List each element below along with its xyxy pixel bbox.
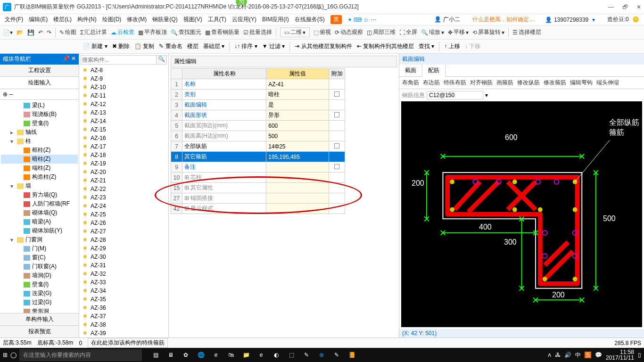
tb-align[interactable]: ▦ 平齐板顶 (138, 28, 167, 36)
tree-item[interactable]: 门(M) (1, 244, 78, 253)
tb2-sort[interactable]: ↓↑ 排序 ▾ (234, 42, 257, 50)
prop-row[interactable]: 5截面宽(B边)(mm)600 (171, 121, 345, 131)
prop-row[interactable]: 3截面编辑是 (171, 100, 345, 110)
sb-hook[interactable]: 编辑弯钩 (570, 79, 593, 87)
help-link[interactable]: 什么是檐高，如何确定… (471, 15, 537, 25)
list-item[interactable]: AZ-12 (79, 100, 168, 108)
tree-item[interactable]: ▾门窗洞 (1, 235, 78, 244)
tb2-copyfrom[interactable]: ⇥ 从其他楼层复制构件 (295, 42, 352, 50)
prop-row[interactable]: 2类别暗柱 (171, 90, 345, 100)
menu-floor[interactable]: 楼层(L) (51, 15, 74, 25)
tb-full[interactable]: ⛶ 全屏 (399, 28, 417, 36)
app2-icon[interactable]: ✿ (182, 352, 190, 358)
tb-3d[interactable]: ◫ 局部三维 (367, 28, 396, 36)
tree-item[interactable]: 框柱(Z) (1, 146, 78, 155)
tb-zoom[interactable]: 🔍 缩放 ▾ (421, 28, 444, 36)
restore-button[interactable]: 🗗 (622, 4, 628, 10)
menu-component[interactable]: 构件(N) (75, 15, 99, 25)
list-item[interactable]: AZ-19 (79, 159, 168, 168)
prop-row[interactable]: 7全部纵筋14Φ25 (171, 141, 345, 152)
tree-item[interactable]: 人防门框墙(RF (1, 199, 78, 208)
list-item[interactable]: AZ-9 (79, 74, 168, 83)
sb-edge[interactable]: 布边筋 (423, 79, 440, 87)
tree-item[interactable]: 壁龛(I) (1, 280, 78, 289)
tree-item[interactable]: 窗(C) (1, 253, 78, 262)
tb-2d[interactable]: ▭ 二维 ▾ (280, 27, 310, 37)
prop-row[interactable]: 10⊞ 芯柱 (171, 173, 345, 183)
list-item[interactable]: AZ-13 (79, 108, 168, 117)
list-item[interactable]: AZ-24 (79, 202, 168, 210)
tree-item[interactable]: 端柱(Z) (1, 164, 78, 173)
menu-cloud[interactable]: 云应用(Y) (230, 15, 258, 25)
start-button[interactable]: ⊞ (3, 352, 8, 358)
list-item[interactable]: AZ-36 (79, 304, 168, 312)
tb2-del[interactable]: ✖ 删除 (112, 42, 130, 50)
list-item[interactable]: AZ-30 (79, 253, 168, 261)
tree-item[interactable]: 墙洞(D) (1, 271, 78, 280)
user-label[interactable]: 👤广小二 (432, 15, 464, 25)
list-item[interactable]: AZ-8 (79, 66, 168, 74)
tree-item[interactable]: 梁(L) (1, 101, 78, 110)
tb-cloudcheck[interactable]: ☁ 云检查 (111, 28, 134, 36)
prop-row[interactable]: 8其它箍筋195,195,485 (171, 152, 345, 162)
tb-orbit[interactable]: ⟳ 动态观察 (335, 28, 363, 36)
list-item[interactable]: AZ-21 (79, 176, 168, 185)
app3-icon[interactable]: 🌐 (197, 352, 205, 358)
prop-row[interactable]: 15⊞ 其它属性 (171, 183, 345, 193)
nav-mode-icons[interactable]: ⊕ ─ (0, 89, 79, 100)
tab-rebar[interactable]: 配筋 (422, 65, 446, 77)
section-canvas[interactable]: 600 200 400 500 300 200 全部纵筋 箍筋 (401, 101, 642, 327)
menu-edit[interactable]: 编辑(E) (27, 15, 50, 25)
list-item[interactable]: AZ-16 (79, 134, 168, 142)
tree-item[interactable]: 砌体加筋(Y) (1, 226, 78, 235)
ginfo-dd[interactable]: ▾ (485, 92, 488, 99)
sb-modstir[interactable]: 修改箍筋 (544, 79, 566, 87)
list-item[interactable]: AZ-20 (79, 168, 168, 176)
prop-row[interactable]: 9备注 (171, 162, 345, 173)
list-item[interactable]: AZ-22 (79, 185, 168, 193)
menu-view[interactable]: 视图(V) (182, 15, 204, 25)
tray-notif-icon[interactable]: ▯ (638, 352, 641, 358)
list-item[interactable]: AZ-15 (79, 125, 168, 134)
tree-item[interactable]: 暗梁(A) (1, 217, 78, 226)
nav-tab-report[interactable]: 报表预览 (0, 325, 79, 337)
list-item[interactable]: AZ-27 (79, 227, 168, 236)
minimize-button[interactable]: — (608, 4, 614, 10)
tb2-copy[interactable]: 📋 复制 (134, 42, 154, 50)
tree-item[interactable]: 过梁(G) (1, 298, 78, 307)
app5-icon[interactable]: ⬚ (287, 352, 296, 358)
tray-s-icon[interactable]: S (585, 352, 591, 358)
menu-modify[interactable]: 修改(M) (125, 15, 149, 25)
tb2-copyto[interactable]: ⇤ 复制构件到其他楼层 (357, 42, 414, 50)
list-item[interactable]: AZ-28 (79, 236, 168, 244)
tb-redo-icon[interactable]: ↷ (47, 29, 51, 36)
close-button[interactable]: ✕ (636, 4, 641, 10)
list-item[interactable]: AZ-14 (79, 117, 168, 125)
ie-icon[interactable]: e (257, 352, 265, 358)
app1-icon[interactable]: 🖥 (166, 352, 175, 358)
tree-item[interactable]: 暗柱(Z) (1, 155, 78, 164)
sb-special[interactable]: 特殊布筋 (444, 79, 466, 87)
app9-icon[interactable]: 📙 (347, 352, 356, 358)
nav-tab-single[interactable]: 单构件输入 (0, 313, 79, 325)
taskview-icon[interactable]: ▤ (151, 352, 160, 358)
menu-tool[interactable]: 工具(T) (206, 15, 228, 25)
list-item[interactable]: AZ-39 (79, 329, 168, 337)
menu-draw[interactable]: 绘图(D) (100, 15, 124, 25)
tree-item[interactable]: ▾柱 (1, 137, 78, 146)
list-item[interactable]: AZ-31 (79, 261, 168, 270)
tray-up-icon[interactable]: ʌ (548, 352, 551, 358)
sb-modlong[interactable]: 修改纵筋 (517, 79, 540, 87)
store-icon[interactable]: 🛍 (227, 352, 235, 358)
list-item[interactable]: AZ-33 (79, 278, 168, 287)
tb-open-icon[interactable]: 📂 (17, 29, 24, 36)
tray-net-icon[interactable]: 🖧 (555, 352, 561, 358)
tb-draw[interactable]: ✎绘图 (59, 28, 76, 36)
tb2-filter[interactable]: ▼ 过滤 ▾ (262, 42, 285, 50)
tree-item[interactable]: 门联窗(A) (1, 262, 78, 271)
tree-item[interactable]: 剪力墙(Q) (1, 190, 78, 199)
tray-ime-icon[interactable]: 中 (575, 351, 581, 359)
tb2-basefloor[interactable]: 基础层 ▾ (203, 42, 224, 50)
prop-row[interactable]: 4截面形状异形 (171, 110, 345, 121)
tb2-up[interactable]: ↑ 上移 (444, 42, 460, 50)
